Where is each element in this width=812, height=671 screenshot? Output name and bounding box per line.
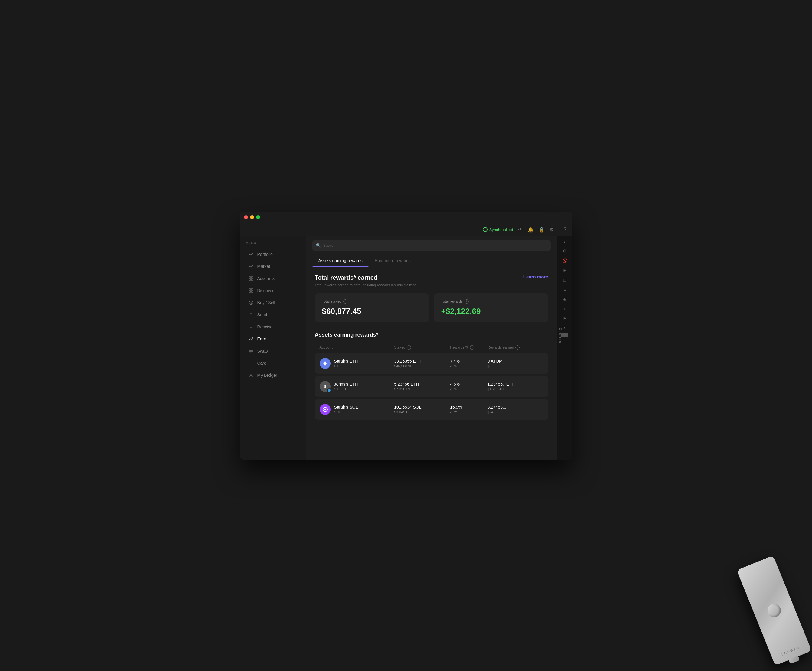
reward-type: APY (450, 410, 487, 414)
tab-earn-more[interactable]: Earn more rewards (369, 255, 417, 267)
panel-icon-8[interactable]: ⚑ (560, 315, 569, 323)
staked-amount: 33.26355 ETH (394, 359, 450, 363)
svg-rect-6 (249, 291, 251, 293)
device-brand-label: LEDGER (771, 642, 809, 660)
sidebar-item-earn[interactable]: Earn (242, 333, 304, 345)
rewards-title-area: Total rewards* earned Total rewards earn… (315, 274, 418, 287)
panel-icon-1[interactable]: ⚙ (560, 247, 569, 255)
rewards-info-icon[interactable]: i (465, 300, 469, 303)
search-icon: 🔍 (316, 243, 321, 248)
steth-avatar: S (320, 381, 330, 392)
rewards-earned-col-info-icon[interactable]: i (515, 345, 519, 349)
rewards-title: Total rewards* earned (315, 274, 418, 281)
total-staked-value: $60,877.45 (322, 307, 422, 316)
right-panel: ▲ ⚙ 🚫 ⊞ □ ≡ ◈ + ⚑ ▼ (557, 237, 572, 460)
close-button[interactable] (244, 215, 248, 219)
rewards-pct-cell: 4.6% APR (450, 381, 487, 391)
table-row[interactable]: S Johns's ETH STETH 5.23456 ETH $7,328.3… (315, 376, 548, 397)
panel-icon-6[interactable]: ◈ (560, 295, 569, 303)
reward-pct: 16.9% (450, 405, 487, 409)
learn-more-button[interactable]: Learn more (523, 274, 548, 279)
total-rewards-card: Total rewards i +$2,122.69 (434, 293, 548, 322)
asset-account: S Johns's ETH STETH (320, 381, 394, 392)
help-icon[interactable]: ? (564, 227, 567, 232)
table-header: Account Staked i Rewards % i Rewards ear… (315, 343, 548, 352)
traffic-lights (244, 215, 260, 219)
asset-symbol: ETH (334, 364, 358, 368)
rewards-earned-cell: 1.234567 ETH $1,728.40 (487, 381, 543, 391)
total-staked-card: Total staked i $60,877.45 (315, 293, 429, 322)
reward-pct: 7.4% (450, 359, 487, 363)
bell-icon[interactable]: 🔔 (528, 227, 534, 233)
sidebar-menu-label: MENU (240, 241, 306, 245)
sidebar-label-market: Market (257, 264, 271, 269)
assets-section-title: Assets earning rewards* (315, 332, 548, 338)
search-bar[interactable]: 🔍 Search (312, 240, 551, 251)
table-row[interactable]: Sarah's ETH ETH 33.26355 ETH $46,568.96 … (315, 353, 548, 374)
panel-icon-7[interactable]: + (560, 305, 569, 313)
card-icon (248, 361, 254, 366)
sidebar-label-earn: Earn (257, 337, 266, 341)
sidebar-item-card[interactable]: Card (242, 357, 304, 369)
svg-rect-0 (249, 277, 251, 278)
eye-icon[interactable]: 👁 (518, 227, 523, 232)
sidebar-label-swap: Swap (257, 349, 268, 354)
sidebar-item-receive[interactable]: Receive (242, 321, 304, 333)
chevron-up-icon[interactable]: ▲ (563, 239, 567, 245)
rewards-pct-col-info-icon[interactable]: i (470, 345, 474, 349)
staked-col-info-icon[interactable]: i (407, 345, 411, 349)
chevron-down-icon[interactable]: ▼ (563, 324, 567, 331)
content-body: Total rewards* earned Total rewards earn… (306, 267, 557, 460)
panel-icon-2[interactable]: 🚫 (560, 256, 569, 265)
svg-rect-4 (249, 289, 251, 290)
sidebar-item-discover[interactable]: Discover (242, 284, 304, 296)
staked-usd: $46,568.96 (394, 364, 450, 368)
staked-cell: 101.6534 SOL $3,049.61 (394, 405, 450, 414)
panel-icon-5[interactable]: ≡ (560, 286, 569, 294)
staked-info-icon[interactable]: i (343, 300, 347, 303)
rewards-pct-cell: 16.9% APY (450, 405, 487, 414)
tab-assets-earning[interactable]: Assets earning rewards (312, 255, 369, 267)
portfolio-icon (248, 252, 254, 257)
sidebar-item-my-ledger[interactable]: My Ledger (242, 369, 304, 381)
sidebar-item-buy-sell[interactable]: $ Buy / Sell (242, 296, 304, 309)
panel-icon-3[interactable]: ⊞ (560, 266, 569, 274)
gear-icon[interactable]: ⚙ (550, 227, 554, 233)
sidebar-item-portfolio[interactable]: Portfolio (242, 248, 304, 261)
header-divider (558, 227, 559, 232)
asset-account: Sarah's SOL SOL (320, 404, 394, 415)
app-window: ✓ Synchronized 👁 🔔 🔒 ⚙ ? MENU Portfolio (240, 212, 572, 460)
sidebar-label-my-ledger: My Ledger (257, 373, 277, 378)
asset-name: Johns's ETH (334, 381, 358, 387)
sidebar-item-send[interactable]: Send (242, 309, 304, 321)
sol-avatar (320, 404, 330, 415)
reward-pct: 4.6% (450, 381, 487, 387)
sidebar-item-swap[interactable]: Swap (242, 345, 304, 357)
titlebar (240, 212, 572, 223)
sidebar-label-card: Card (257, 361, 266, 366)
th-rewards-earned: Rewards earned i (487, 345, 543, 349)
panel-icon-4[interactable]: □ (560, 276, 569, 284)
steth-badge (327, 388, 331, 392)
sidebar-item-accounts[interactable]: Accounts (242, 272, 304, 284)
sidebar: MENU Portfolio Market (240, 237, 306, 460)
table-row[interactable]: Sarah's SOL SOL 101.6534 SOL $3,049.61 1… (315, 399, 548, 420)
sidebar-item-market[interactable]: Market (242, 261, 304, 272)
market-icon (248, 264, 254, 269)
lock-icon[interactable]: 🔒 (539, 227, 545, 233)
device-connector (788, 656, 800, 664)
discover-icon (248, 288, 254, 293)
th-staked: Staked i (394, 345, 450, 349)
stats-cards: Total staked i $60,877.45 Total rewards … (315, 293, 548, 322)
asset-name: Sarah's SOL (334, 405, 358, 409)
reward-usd: $1,728.40 (487, 387, 543, 391)
asset-symbol: STETH (334, 387, 358, 391)
staked-usd: $7,328.39 (394, 387, 450, 391)
minimize-button[interactable] (250, 215, 254, 219)
th-rewards-pct: Rewards % i (450, 345, 487, 349)
content-area: 🔍 Search Assets earning rewards Earn mor… (306, 237, 557, 460)
ledger-device: LEDGER (737, 555, 812, 666)
maximize-button[interactable] (256, 215, 260, 219)
panel-rect-icon (561, 333, 568, 337)
reward-usd: $0 (487, 364, 543, 368)
